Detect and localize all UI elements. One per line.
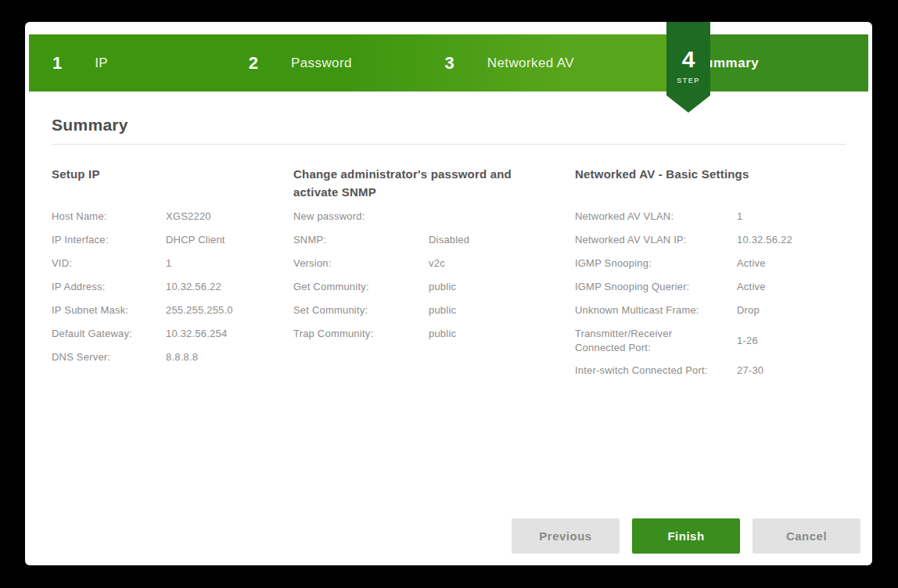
summary-row: Unknown Multicast Frame: Drop [575,303,846,317]
row-value: public [429,303,456,317]
row-value: 10.32.56.22 [737,233,792,247]
row-value: 1 [166,256,171,271]
row-label: Transmitter/Receiver Connected Port: [575,327,700,354]
summary-row: DNS Server: 8.8.8.8 [52,350,293,364]
row-value: 10.32.56.254 [166,327,227,341]
row-value: 255.255.255.0 [166,303,233,317]
row-label: Host Name: [52,210,166,224]
summary-row: Networked AV VLAN IP: 10.32.56.22 [575,233,846,247]
wizard-window: 1 IP 2 Password 3 Networked AV Summary 4… [25,22,872,565]
row-label: SNMP: [293,233,429,247]
row-label: VID: [52,256,166,271]
row-value: 1 [737,210,742,224]
step-4-summary[interactable]: Summary [617,34,868,91]
row-value: Active [737,280,766,294]
step-label: Networked AV [487,56,574,71]
row-label: New password: [293,210,429,224]
row-value: 8.8.8.8 [166,350,198,364]
row-label: Trap Community: [293,327,429,341]
row-label: IP Interface: [52,233,166,247]
summary-row: Get Community: public [293,280,575,294]
row-value: Disabled [429,233,469,247]
cancel-button[interactable]: Cancel [753,518,860,554]
row-value: public [429,327,456,341]
step-3-networked-av[interactable]: 3 Networked AV [422,34,618,91]
summary-row: Inter-switch Connected Port: 27-30 [575,364,846,378]
section-title: Networked AV - Basic Settings [575,165,846,210]
summary-row: Version: v2c [293,256,575,271]
row-value: public [429,280,456,294]
row-label: IGMP Snooping Querier: [575,280,737,294]
step-number: 1 [52,55,62,72]
section-title: Setup IP [52,165,293,210]
row-label: Unknown Multicast Frame: [575,303,737,317]
row-label: DNS Server: [52,350,166,364]
row-label: Networked AV VLAN: [575,210,737,224]
row-label: Get Community: [293,280,429,294]
row-value: 27-30 [737,364,763,378]
row-label: Set Community: [293,303,429,317]
section-password-snmp: Change administrator's password and acti… [293,165,575,387]
summary-row: Transmitter/Receiver Connected Port: 1-2… [575,327,846,354]
summary-row: IP Interface: DHCP Client [52,233,293,247]
row-value: 10.32.56.22 [166,280,221,294]
summary-row: IGMP Snooping Querier: Active [575,280,846,294]
summary-row: IGMP Snooping: Active [575,256,846,271]
section-setup-ip: Setup IP Host Name: XGS2220 IP Interface… [52,165,293,387]
summary-row: Host Name: XGS2220 [52,210,293,224]
summary-row: VID: 1 [52,256,293,271]
summary-row: New password: [293,210,575,224]
row-value: Drop [737,303,760,317]
current-step-number: 4 [682,48,695,71]
summary-row: Default Gateway: 10.32.56.254 [52,327,293,341]
row-value: 1-26 [737,334,758,348]
summary-row: SNMP: Disabled [293,233,575,247]
row-value: DHCP Client [166,233,225,247]
wizard-stepper: 1 IP 2 Password 3 Networked AV Summary [29,34,868,91]
summary-content: Summary Setup IP Host Name: XGS2220 IP I… [25,91,872,565]
step-2-password[interactable]: 2 Password [225,34,422,91]
row-label: Default Gateway: [52,327,166,341]
section-title: Change administrator's password and acti… [293,165,516,210]
page-title: Summary [52,116,846,134]
previous-button[interactable]: Previous [512,518,620,554]
row-label: Networked AV VLAN IP: [575,233,737,247]
summary-row: IP Address: 10.32.56.22 [52,280,293,294]
row-label: IGMP Snooping: [575,256,737,271]
row-label: IP Address: [52,280,166,294]
wizard-footer-buttons: Previous Finish Cancel [512,518,860,554]
summary-row: IP Subnet Mask: 255.255.255.0 [52,303,293,317]
step-1-ip[interactable]: 1 IP [29,34,225,91]
row-value: XGS2220 [166,210,211,224]
summary-columns: Setup IP Host Name: XGS2220 IP Interface… [52,165,846,387]
row-value: v2c [429,256,445,271]
section-networked-av: Networked AV - Basic Settings Networked … [575,165,846,387]
summary-row: Trap Community: public [293,327,575,341]
title-divider [52,144,846,145]
row-label: Version: [293,256,429,271]
step-number: 3 [445,55,454,72]
current-step-caption: STEP [677,77,700,84]
current-step-ribbon: 4 STEP [666,22,710,113]
summary-row: Networked AV VLAN: 1 [575,210,846,224]
step-label: IP [95,56,108,71]
row-value: Active [737,256,766,271]
row-label: Inter-switch Connected Port: [575,364,737,378]
row-label: IP Subnet Mask: [52,303,166,317]
summary-row: Set Community: public [293,303,575,317]
finish-button[interactable]: Finish [632,518,740,554]
step-label: Password [291,56,352,71]
step-number: 2 [249,55,258,72]
